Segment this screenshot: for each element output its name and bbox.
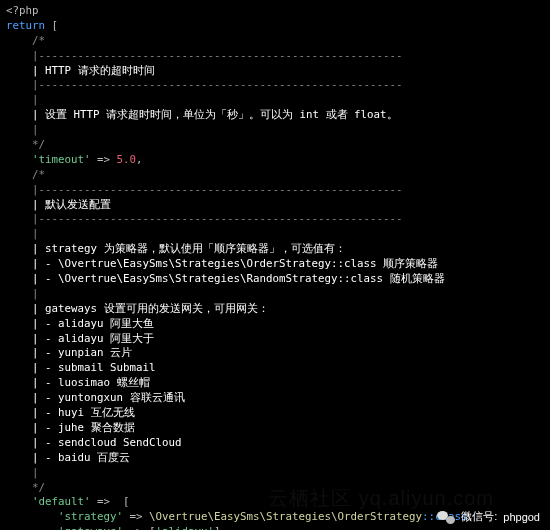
comment-close: */ [32, 481, 45, 494]
comment-gateway-item: | - baidu 百度云 [32, 451, 130, 464]
comment-gateway-item: | - yunpian 云片 [32, 346, 132, 359]
timeout-key: 'timeout' [32, 153, 91, 166]
comment-divider: |---------------------------------------… [32, 49, 403, 62]
gateways-value: 'alidayu' [156, 525, 215, 530]
footer-value: phpgod [503, 511, 540, 523]
comment-gateway-item: | - submail Submail [32, 361, 156, 374]
comment-divider: |---------------------------------------… [32, 78, 403, 91]
array-open: [ [117, 495, 130, 508]
comment-gateways-desc: | gateways 设置可用的发送网关，可用网关： [32, 302, 269, 315]
strategy-key: 'strategy' [58, 510, 123, 523]
comment-gateway-item: | - alidayu 阿里大鱼 [32, 317, 154, 330]
comment-close: */ [32, 138, 45, 151]
comment-gateway-item: | - juhe 聚合数据 [32, 421, 135, 434]
php-code-block: <?php return [ /* |---------------------… [0, 0, 550, 530]
comma: , [221, 525, 228, 530]
comment-header-default: | 默认发送配置 [32, 198, 111, 211]
comment-header-timeout: | HTTP 请求的超时时间 [32, 64, 155, 77]
arrow-op: => [123, 510, 149, 523]
footer-label: 微信号: [461, 509, 497, 524]
return-keyword: return [6, 19, 45, 32]
comment-strategy-desc: | strategy 为策略器，默认使用「顺序策略器」，可选值有： [32, 242, 346, 255]
timeout-value: 5.0 [117, 153, 137, 166]
gateways-key: 'gateways' [58, 525, 123, 530]
comment-pipe: | [32, 123, 39, 136]
comment-pipe: | [32, 466, 39, 479]
comment-pipe: | [32, 227, 39, 240]
arrow-op: => [91, 495, 117, 508]
comment-open: /* [32, 34, 45, 47]
wechat-icon [437, 510, 455, 524]
comment-gateway-item: | - luosimao 螺丝帽 [32, 376, 150, 389]
strategy-namespace: \Overtrue\EasySms\Strategies\OrderStrate… [149, 510, 422, 523]
comment-gateway-item: | - sendcloud SendCloud [32, 436, 182, 449]
comment-pipe: | [32, 93, 39, 106]
comment-strategy-random: | - \Overtrue\EasySms\Strategies\RandomS… [32, 272, 445, 285]
default-key: 'default' [32, 495, 91, 508]
comment-body-timeout: | 设置 HTTP 请求超时时间，单位为「秒」。可以为 int 或者 float… [32, 108, 398, 121]
comment-gateway-item: | - yuntongxun 容联云通讯 [32, 391, 185, 404]
array-open: [ [45, 19, 58, 32]
comment-open: /* [32, 168, 45, 181]
comment-pipe: | [32, 287, 39, 300]
php-open-tag: <?php [6, 4, 39, 17]
comment-divider: |---------------------------------------… [32, 212, 403, 225]
footer-credit: 微信号: phpgod [437, 509, 540, 524]
comment-gateway-item: | - huyi 互亿无线 [32, 406, 135, 419]
comment-gateway-item: | - alidayu 阿里大于 [32, 332, 154, 345]
arrow-op: => [123, 525, 149, 530]
arrow-op: => [91, 153, 117, 166]
comment-divider: |---------------------------------------… [32, 183, 403, 196]
comment-strategy-order: | - \Overtrue\EasySms\Strategies\OrderSt… [32, 257, 438, 270]
comma: , [136, 153, 143, 166]
